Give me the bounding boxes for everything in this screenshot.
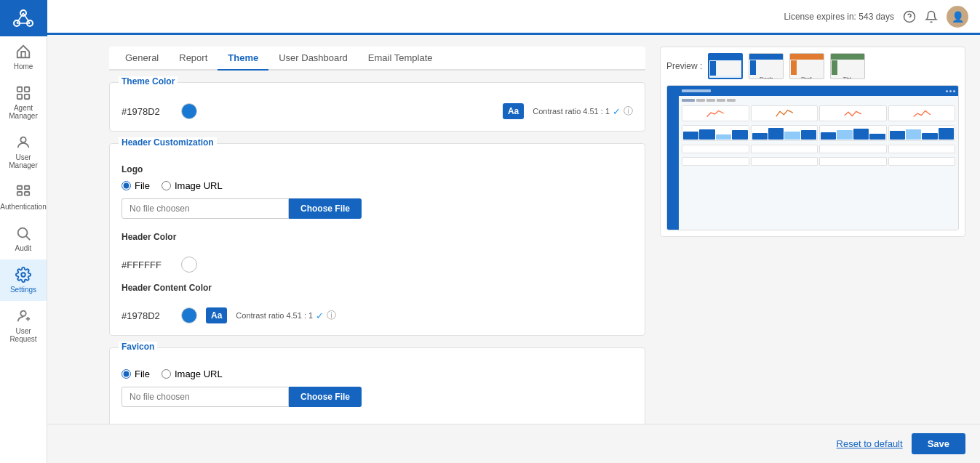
left-panel: General Report Theme User Dashboard Emai…	[109, 47, 645, 451]
tab-theme[interactable]: Theme	[218, 47, 268, 71]
theme-color-picker[interactable]	[181, 103, 197, 119]
contrast-ratio-text: Contrast ratio 4.51 : 1 ✓ ⓘ	[533, 105, 633, 118]
header-customization-title: Header Customization	[119, 137, 217, 148]
preview-tc-8	[888, 157, 956, 166]
preview-topbar-mini	[679, 86, 958, 96]
sidebar-home-label: Home	[14, 63, 33, 71]
preview-bar-4	[888, 125, 956, 141]
header-contrast-text: Contrast ratio 4.51 : 1 ✓ ⓘ	[236, 309, 336, 322]
preview-thumb-prof[interactable]: Prof.	[789, 53, 824, 79]
save-button[interactable]: Save	[912, 433, 965, 454]
svg-rect-6	[17, 87, 22, 92]
favicon-card: Favicon File Image URL Choose File	[109, 347, 645, 430]
preview-thumb-prof-label: Prof.	[790, 76, 824, 79]
preview-thumb-dash[interactable]: Dash	[749, 53, 784, 79]
preview-filter-5	[727, 99, 736, 102]
preview-tc-3	[819, 145, 887, 153]
logo-file-radio[interactable]: File	[121, 180, 150, 191]
favicon-url-radio[interactable]: Image URL	[162, 369, 223, 379]
contrast-check-icon: ✓	[613, 106, 621, 117]
header-color-hex: #FFFFFF	[121, 259, 172, 270]
header-content-color-row: Header Content Color #1978D2 Aa Contrast…	[121, 280, 633, 323]
preview-thumb-normal[interactable]: Norm.	[708, 53, 743, 79]
sidebar-userreq-label: User Request	[4, 327, 43, 343]
header-color-label: Header Color	[121, 232, 176, 242]
preview-tc-1	[682, 145, 749, 153]
aa-badge: Aa	[503, 103, 524, 119]
sidebar-item-audit[interactable]: Audit	[0, 218, 47, 259]
preview-table-row-2	[682, 157, 955, 166]
favicon-file-text[interactable]	[121, 387, 289, 407]
reset-button[interactable]: Reset to default	[837, 433, 903, 454]
notifications-icon[interactable]	[925, 10, 938, 23]
logo-file-text[interactable]	[121, 198, 289, 219]
theme-color-title: Theme Color	[119, 76, 178, 86]
svg-point-10	[20, 137, 25, 142]
svg-point-17	[21, 273, 25, 277]
right-panel: Preview : Norm. Dash	[660, 47, 965, 451]
svg-rect-12	[25, 186, 29, 190]
logo-choose-file-button[interactable]: Choose File	[289, 198, 362, 219]
avatar[interactable]: 👤	[947, 6, 968, 28]
svg-line-16	[26, 236, 30, 240]
tab-email-template[interactable]: Email Template	[358, 47, 443, 71]
favicon-file-input-row: Choose File	[121, 387, 633, 407]
preview-main-area	[679, 86, 958, 230]
sidebar-item-authentication[interactable]: Authentication	[0, 177, 47, 218]
header-content-color-label: Header Content Color	[121, 283, 212, 293]
favicon-file-radio[interactable]: File	[121, 369, 150, 379]
preview-header: Preview : Norm. Dash	[666, 53, 959, 79]
header-color-picker[interactable]	[181, 257, 197, 273]
preview-thumb-tht[interactable]: Tht.	[830, 53, 865, 79]
preview-td-2	[949, 90, 952, 92]
preview-tc-4	[888, 145, 956, 153]
preview-table-row-1	[682, 145, 955, 153]
header-contrast-check-icon: ✓	[316, 310, 324, 321]
preview-bar-1	[682, 125, 749, 141]
sidebar-item-settings[interactable]: Settings	[0, 259, 47, 301]
tabs-bar: General Report Theme User Dashboard Emai…	[109, 47, 645, 71]
logo-url-radio[interactable]: Image URL	[162, 180, 223, 191]
preview-tc-7	[819, 157, 887, 166]
preview-bar-2	[751, 125, 818, 141]
header-content-color-hex: #1978D2	[121, 310, 172, 321]
theme-color-row: #1978D2 Aa Contrast ratio 4.51 : 1 ✓ ⓘ	[121, 103, 633, 119]
favicon-choose-file-button[interactable]: Choose File	[289, 387, 362, 407]
preview-thumb-tht-label: Tht.	[831, 76, 864, 79]
header-content-color-picker[interactable]	[181, 307, 197, 323]
tab-general[interactable]: General	[115, 47, 169, 71]
preview-tc-5	[682, 157, 749, 166]
sidebar: Home Agent Manager User Manager Authenti…	[0, 0, 47, 463]
svg-rect-8	[17, 94, 22, 99]
preview-chart-1	[682, 105, 749, 121]
sidebar-settings-label: Settings	[10, 286, 36, 294]
header-info-icon[interactable]: ⓘ	[327, 309, 336, 322]
app-logo	[0, 0, 47, 36]
sidebar-item-user-request[interactable]: User Request	[0, 301, 47, 350]
tab-user-dashboard[interactable]: User Dashboard	[268, 47, 358, 71]
footer: Reset to default Save	[47, 424, 980, 463]
sidebar-item-agent-manager[interactable]: Agent Manager	[0, 78, 47, 127]
preview-filter-row	[682, 99, 955, 102]
info-icon[interactable]: ⓘ	[624, 105, 633, 118]
sidebar-audit-label: Audit	[15, 244, 32, 252]
preview-thumb-normal-label: Norm.	[709, 76, 741, 79]
logo-radio-group: File Image URL	[121, 180, 633, 191]
svg-point-15	[18, 228, 28, 238]
preview-td-1	[946, 90, 948, 92]
preview-thumb-dash-label: Dash	[749, 76, 783, 79]
sidebar-item-user-manager[interactable]: User Manager	[0, 127, 47, 177]
svg-rect-13	[17, 192, 22, 196]
preview-filter-4	[717, 99, 725, 102]
sidebar-item-home[interactable]: Home	[0, 36, 47, 78]
preview-td-3	[953, 90, 955, 92]
preview-bar-3	[819, 125, 887, 141]
preview-label: Preview :	[666, 61, 702, 71]
theme-color-hex: #1978D2	[121, 106, 172, 117]
theme-color-card: Theme Color #1978D2 Aa Contrast ratio 4.…	[109, 82, 645, 132]
tab-report[interactable]: Report	[169, 47, 218, 71]
header-aa-badge: Aa	[206, 307, 227, 323]
license-text: License expires in: 543 days	[784, 12, 894, 22]
favicon-radio-group: File Image URL	[121, 369, 633, 379]
help-icon[interactable]	[903, 10, 916, 23]
